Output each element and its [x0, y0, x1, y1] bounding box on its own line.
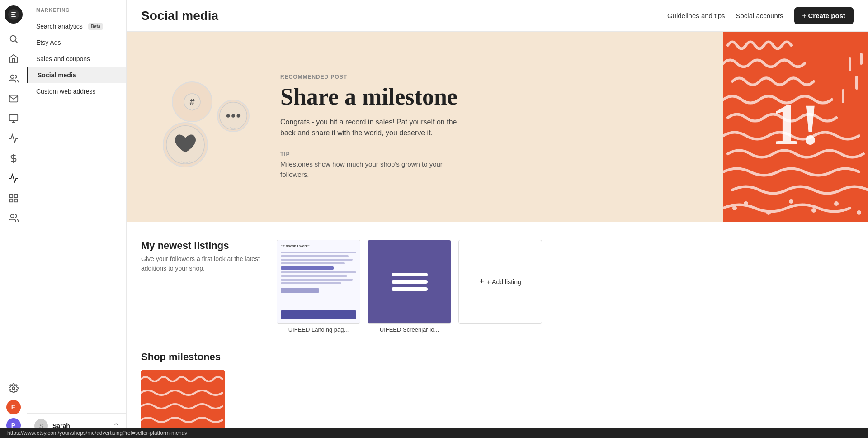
add-listing-button[interactable]: + + Add listing [458, 240, 542, 324]
sidebar-item-label: Social media [38, 71, 76, 79]
svg-point-20 [789, 199, 793, 204]
tip-text: Milestones show how much your shop's gro… [280, 159, 452, 180]
add-listing-label: + Add listing [487, 278, 521, 286]
sidebar-item-label: Etsy Ads [36, 39, 61, 46]
sidebar-item-sales-coupons[interactable]: Sales and coupons [27, 51, 126, 67]
avatar-e[interactable]: E [6, 400, 21, 414]
svg-text:#: # [189, 97, 194, 107]
sidebar: MARKETING Search analytics Beta Etsy Ads… [27, 0, 127, 438]
listings-desc: Give your followers a first look at the … [141, 254, 277, 273]
settings-rail-icon[interactable] [5, 380, 22, 396]
doc-preview: "It doesn't work" [277, 240, 360, 323]
milestones-section: Shop milestones [141, 351, 854, 438]
finance-rail-icon[interactable] [5, 150, 22, 167]
svg-point-18 [744, 201, 748, 206]
svg-point-14 [226, 114, 230, 118]
hero-illustration: # [127, 32, 280, 222]
svg-point-10 [12, 387, 15, 390]
social-accounts-link[interactable]: Social accounts [736, 12, 783, 19]
svg-point-21 [811, 208, 816, 213]
listings-section: My newest listings Give your followers a… [141, 240, 854, 333]
dots-bubble [217, 100, 250, 132]
listings-cards: "It doesn't work" [277, 240, 542, 333]
listing-thumb-1: "It doesn't work" [277, 240, 360, 324]
tip-label: TIP [280, 151, 714, 157]
svg-text:1!: 1! [771, 91, 820, 157]
milestones-title: Shop milestones [141, 351, 854, 363]
listing-card-2[interactable]: UIFEED Screenjar lo... [368, 240, 451, 333]
svg-point-2 [10, 75, 14, 78]
heart-bubble [163, 122, 208, 167]
listing-thumb-2 [368, 240, 451, 324]
sidebar-item-custom-web[interactable]: Custom web address [27, 83, 126, 100]
app-logo[interactable] [5, 5, 23, 24]
status-bar: https://www.etsy.com/your/shops/me/adver… [0, 428, 868, 438]
main-content: Social media Guidelines and tips Social … [127, 0, 868, 438]
sidebar-item-social-media[interactable]: Social media [27, 67, 126, 83]
marketing-rail-icon[interactable] [5, 170, 22, 186]
apps-rail-icon[interactable] [5, 190, 22, 206]
topbar: Social media Guidelines and tips Social … [127, 0, 868, 32]
sidebar-item-search-analytics[interactable]: Search analytics Beta [27, 18, 126, 34]
svg-point-22 [834, 201, 839, 206]
svg-point-23 [857, 210, 861, 215]
hash-bubble: # [172, 81, 212, 122]
listings-title: My newest listings [141, 240, 277, 252]
hero-description: Congrats - you hit a record in sales! Pa… [280, 117, 470, 138]
listings-info: My newest listings Give your followers a… [141, 240, 277, 284]
page-title: Social media [141, 9, 218, 23]
eq-icon [392, 273, 428, 291]
hero-content: RECOMMENDED POST Share a milestone Congr… [280, 32, 723, 222]
svg-point-24 [732, 206, 737, 210]
content-area: My newest listings Give your followers a… [127, 222, 868, 438]
mail-rail-icon[interactable] [5, 90, 22, 107]
beta-badge: Beta [88, 23, 104, 30]
svg-rect-7 [14, 199, 17, 202]
sidebar-item-etsy-ads[interactable]: Etsy Ads [27, 34, 126, 51]
svg-point-16 [237, 114, 241, 118]
guidelines-link[interactable]: Guidelines and tips [667, 12, 725, 19]
create-post-button[interactable]: + Create post [794, 7, 854, 24]
stats-rail-icon[interactable] [5, 130, 22, 147]
svg-point-1 [10, 36, 16, 42]
sidebar-section-label: MARKETING [27, 7, 126, 18]
orders-rail-icon[interactable] [5, 110, 22, 127]
search-rail-icon[interactable] [5, 31, 22, 47]
status-url: https://www.etsy.com/your/shops/me/adver… [7, 430, 187, 436]
svg-rect-5 [9, 195, 12, 197]
hero-icons-container: # [158, 77, 249, 176]
home-rail-icon[interactable] [5, 51, 22, 67]
plus-icon: + [479, 277, 484, 286]
svg-point-19 [766, 210, 771, 215]
pattern-svg: 1! [723, 32, 868, 222]
left-rail: E P [0, 0, 27, 438]
svg-point-15 [231, 114, 235, 118]
svg-rect-6 [14, 195, 17, 197]
listing-name-1: UIFEED Landing pag... [277, 326, 360, 333]
sidebar-item-label: Custom web address [36, 88, 96, 95]
svg-point-9 [10, 214, 14, 218]
svg-rect-8 [9, 199, 12, 202]
sidebar-item-label: Search analytics [36, 23, 83, 30]
people-rail-icon[interactable] [5, 71, 22, 87]
listing-card-1[interactable]: "It doesn't work" [277, 240, 360, 333]
topbar-actions: Guidelines and tips Social accounts + Cr… [667, 7, 854, 24]
hero-image: 1! [723, 32, 868, 222]
sidebar-item-label: Sales and coupons [36, 55, 90, 62]
purple-logo [368, 240, 451, 323]
hero-title: Share a milestone [280, 84, 714, 110]
svg-rect-3 [9, 115, 17, 121]
listing-name-2: UIFEED Screenjar lo... [368, 326, 451, 333]
hero-banner: # [127, 32, 868, 222]
community-rail-icon[interactable] [5, 210, 22, 226]
recommended-label: RECOMMENDED POST [280, 74, 714, 80]
